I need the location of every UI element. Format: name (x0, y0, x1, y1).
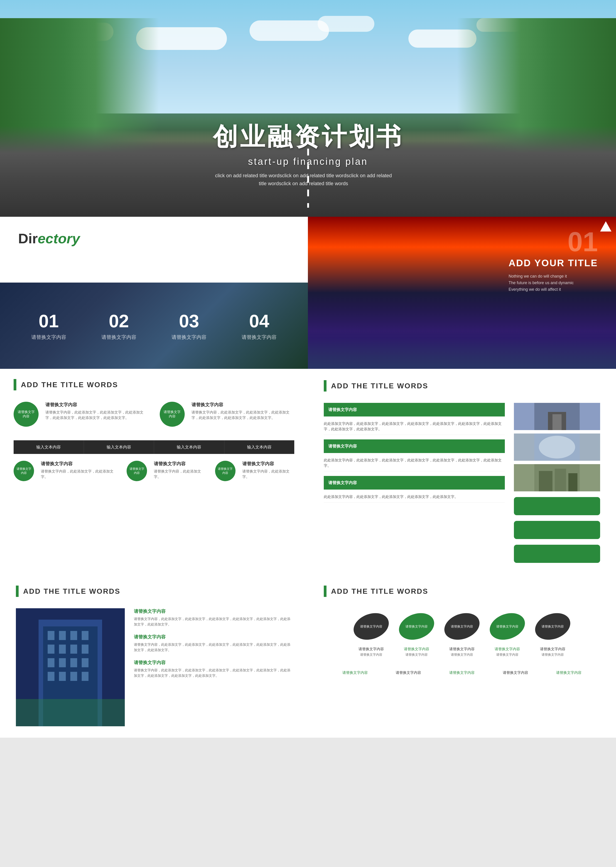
leaf-label-1: 请替换文字内容 (351, 647, 391, 651)
leaf-items-row: 请替换文字内容 请替换文字内容 请替换文字内容 请替换文字内容 请替换文字内容 … (324, 608, 600, 657)
leaf-sublabel-4: 请替换文字内容 (487, 653, 528, 657)
leaf-bottom-4: 请替换文字内容 (503, 670, 528, 675)
slide-4-bottom-row: 请替换文字内容 请替换文字内容 请替换文字内容，此处添加文字，此处添加文字。 请… (14, 461, 294, 488)
dir-number-4: 04 (242, 311, 277, 332)
bottom-circle-3: 请替换文字内容 (215, 461, 236, 481)
leaf-shape-container-3: 请替换文字内容 (442, 608, 482, 645)
slide-6-item-2-desc: 请替换文字内容，此处添加文字，此处添加文字，此处添加文字，此处添加文字，此处添加… (134, 642, 292, 653)
circle-title-1: 请替换文字内容 (46, 402, 148, 408)
slide-4-title: ADD THE TITLE WORDS (21, 381, 118, 389)
slide-5-content: 请替换文字内容 此处添加文字内容，此处添加文字，此处添加文字，此处添加文字，此处… (324, 403, 600, 563)
bottom-circle-2: 请替换文字内容 (127, 461, 147, 481)
leaf-bottom-3: 请替换文字内容 (449, 670, 475, 675)
slide-6-text-item-2: 请替换文字内容 请替换文字内容，此处添加文字，此处添加文字，此处添加文字，此处添… (134, 634, 292, 653)
svg-rect-12 (48, 631, 55, 640)
svg-rect-25 (59, 672, 66, 681)
leaf-sublabel-1: 请替换文字内容 (351, 653, 391, 657)
svg-rect-23 (82, 658, 88, 667)
slide-3-title: ADD YOUR TITLE (508, 258, 598, 269)
leaf-bottom-labels: 请替换文字内容 请替换文字内容 请替换文字内容 请替换文字内容 请替换文字内容 (324, 670, 600, 675)
slide-3-desc: Nothing we can do will change it The fut… (508, 273, 598, 293)
green-bar-4 (14, 379, 16, 390)
slide-3-desc-2: The future is before us and dynamic (508, 280, 598, 286)
slide-3-number: 01 (508, 228, 598, 255)
svg-rect-6 (539, 471, 553, 491)
dir-label-3: 请替换文字内容 (171, 334, 206, 341)
bottom-circle-title-2: 请替换文字内容 (154, 461, 206, 467)
leaf-bottom-2: 请替换文字内容 (396, 670, 421, 675)
slide-5-item-3-desc: 此处添加文字内容，此处添加文字，此处添加文字，此处添加文字，此处添加文字。 (324, 491, 505, 502)
bottom-circle-text-3: 请替换文字内容 请替换文字内容，此处添加文字。 (242, 461, 294, 480)
leaf-label-2: 请替换文字内容 (396, 647, 437, 651)
bottom-circle-desc-2: 请替换文字内容，此处添加文字。 (154, 469, 206, 480)
leaf-item-1: 请替换文字内容 请替换文字内容 请替换文字内容 (351, 608, 391, 657)
slide-6-item-1-desc: 请替换文字内容，此处添加文字，此处添加文字，此处添加文字，此处添加文字，此处添加… (134, 616, 292, 627)
svg-rect-28 (16, 699, 125, 726)
slide-7: ADD THE TITLE WORDS 请替换文字内容 请替换文字内容 请替换文… (308, 574, 616, 738)
slide-row-2: Directory 01 请替换文字内容 02 请替换文字内容 03 请替换文字… (0, 217, 616, 369)
dark-bar-item-3: 输入文本内容 (154, 440, 225, 454)
slide-3-arrow (600, 221, 611, 231)
leaf-label-4: 请替换文字内容 (487, 647, 528, 651)
slide-4-top-row: 请替换文字内容 请替换文字内容 请替换文字内容，此处添加文字，此处添加文字，此处… (14, 402, 294, 433)
svg-text:请替换文字内容: 请替换文字内容 (451, 625, 473, 628)
slide-4-dark-bar: 输入文本内容 输入文本内容 输入文本内容 输入文本内容 (14, 440, 294, 454)
slide-5-item-2-desc: 此处添加文字内容，此处添加文字，此处添加文字，此处添加文字，此处添加文字，此处添… (324, 455, 505, 471)
cloud-4 (250, 20, 329, 41)
slide-6-text-item-3: 请替换文字内容 请替换文字内容，此处添加文字，此处添加文字，此处添加文字，此处添… (134, 659, 292, 678)
slide-1-description: click on add related title wordsclick on… (213, 172, 394, 187)
leaf-bottom-label-1: 请替换文字内容 (343, 670, 368, 675)
bottom-circle-row-3: 请替换文字内容 请替换文字内容 请替换文字内容，此处添加文字。 (215, 461, 294, 481)
slide-2-directory: Directory 01 请替换文字内容 02 请替换文字内容 03 请替换文字… (0, 217, 308, 369)
leaf-label-5: 请替换文字内容 (532, 647, 573, 651)
circle-desc-2: 请替换文字内容，此处添加文字，此处添加文字，此处添加文字，此处添加文字，此处添加… (192, 410, 294, 420)
slide-row-3: ADD THE TITLE WORDS 请替换文字内容 请替换文字内容 请替换文… (0, 369, 616, 574)
slide-5-right (514, 403, 600, 563)
slide-3-desc-3: Everything we do will affect it (508, 286, 598, 293)
circle-1: 请替换文字内容 (14, 402, 39, 427)
bottom-circle-1: 请替换文字内容 (14, 461, 34, 481)
circle-2: 请替换文字内容 (160, 402, 185, 427)
dir-item-2: 02 请替换文字内容 (101, 311, 136, 341)
leaf-bottom-label-5: 请替换文字内容 (556, 670, 581, 675)
dark-bar-item-2: 输入文本内容 (84, 440, 154, 454)
dir-number-3: 03 (171, 311, 206, 332)
dir-label-4: 请替换文字内容 (242, 334, 277, 341)
green-rounded-3 (514, 545, 600, 563)
slide-6-item-3-title: 请替换文字内容 (134, 659, 292, 666)
slide-5: ADD THE TITLE WORDS 请替换文字内容 此处添加文字内容，此处添… (308, 369, 616, 574)
circle-title-2: 请替换文字内容 (192, 402, 294, 408)
directory-grid: 01 请替换文字内容 02 请替换文字内容 03 请替换文字内容 04 请替换文… (0, 283, 308, 369)
leaf-sublabel-3: 请替换文字内容 (442, 653, 482, 657)
slide-3-hero: 01 ADD YOUR TITLE Nothing we can do will… (308, 217, 616, 369)
svg-rect-21 (59, 658, 66, 667)
slide-1: 创业融资计划书 start-up financing plan click on… (0, 0, 616, 217)
dark-bar-item-4: 输入文本内容 (225, 440, 294, 454)
slide-6-content: 请替换文字内容 请替换文字内容，此处添加文字，此处添加文字，此处添加文字，此处添… (16, 608, 292, 726)
green-bar-5 (324, 380, 327, 392)
slide-3-desc-1: Nothing we can do will change it (508, 273, 598, 280)
circle-desc-1: 请替换文字内容，此处添加文字，此处添加文字，此处添加文字，此处添加文字，此处添加… (46, 410, 148, 420)
directory-title-ectory: ectory (38, 231, 80, 246)
slide-6-item-2-title: 请替换文字内容 (134, 634, 292, 640)
svg-rect-13 (59, 631, 66, 640)
dir-label-1: 请替换文字内容 (31, 334, 66, 341)
circle-row-2: 请替换文字内容 请替换文字内容 请替换文字内容，此处添加文字，此处添加文字，此处… (160, 402, 294, 427)
svg-text:请替换文字内容: 请替换文字内容 (496, 625, 519, 628)
bottom-circle-text-2: 请替换文字内容 请替换文字内容，此处添加文字。 (154, 461, 206, 480)
slide-6: ADD THE TITLE WORDS (0, 574, 308, 738)
svg-rect-24 (48, 672, 55, 681)
bottom-circle-desc-1: 请替换文字内容，此处添加文字，此处添加文字。 (41, 469, 118, 480)
bottom-circle-title-3: 请替换文字内容 (242, 461, 294, 467)
leaf-item-4: 请替换文字内容 请替换文字内容 请替换文字内容 (487, 608, 528, 657)
svg-point-4 (539, 436, 575, 458)
circle-row-1: 请替换文字内容 请替换文字内容 请替换文字内容，此处添加文字，此处添加文字，此处… (14, 402, 148, 427)
dir-label-2: 请替换文字内容 (101, 334, 136, 341)
slide-5-item-2-title: 请替换文字内容 (324, 439, 505, 453)
img-1 (514, 403, 600, 430)
slide-5-item-1: 请替换文字内容 此处添加文字内容，此处添加文字，此处添加文字，此处添加文字，此处… (324, 403, 505, 435)
leaf-shape-container-1: 请替换文字内容 (351, 608, 391, 645)
circle-text-1: 请替换文字内容 请替换文字内容，此处添加文字，此处添加文字，此处添加文字，此处添… (46, 402, 148, 420)
svg-rect-15 (82, 631, 88, 640)
svg-rect-18 (70, 645, 77, 654)
